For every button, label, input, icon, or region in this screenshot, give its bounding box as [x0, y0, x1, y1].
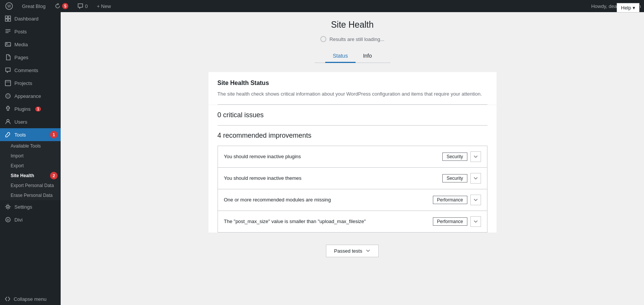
wp-logo-icon: W — [5, 2, 13, 10]
settings-icon — [5, 203, 11, 210]
issue-text-1: You should remove inactive themes — [224, 175, 443, 181]
issue-row-2: One or more recommended modules are miss… — [218, 189, 487, 211]
site-health-step-badge: 2 — [50, 172, 58, 179]
svg-point-10 — [7, 119, 9, 122]
site-name: Great Blog — [22, 3, 45, 9]
comments-sidebar-icon — [5, 67, 11, 74]
issue-expand-1[interactable] — [470, 173, 481, 184]
sidebar-divi-label: Divi — [14, 217, 23, 223]
tab-info[interactable]: Info — [356, 50, 379, 63]
sidebar-comments-label: Comments — [14, 68, 38, 73]
passed-tests-container: Passed tests — [68, 245, 636, 257]
sidebar-item-comments[interactable]: Comments — [0, 64, 61, 77]
sidebar-item-posts[interactable]: Posts — [0, 25, 61, 38]
issue-text-2: One or more recommended modules are miss… — [224, 197, 433, 203]
loading-circle-icon — [320, 36, 326, 42]
help-button[interactable]: Help ▾ — [617, 3, 639, 13]
divi-icon: D — [5, 216, 11, 223]
svg-rect-2 — [5, 16, 8, 18]
recommended-section: 4 recommended improvements You should re… — [208, 126, 497, 233]
issue-row-3: The "post_max_size" value is smaller tha… — [218, 211, 487, 232]
updates-badge: 5 — [62, 3, 68, 9]
critical-issues-section: 0 critical issues — [208, 105, 497, 125]
sidebar-item-tools[interactable]: Tools 1 — [0, 128, 61, 141]
svg-point-7 — [6, 43, 8, 44]
new-item[interactable]: + New — [94, 0, 113, 12]
wp-logo-item[interactable]: W — [3, 0, 15, 12]
updates-icon — [55, 3, 61, 9]
appearance-icon — [5, 93, 11, 99]
submenu-export-personal-data[interactable]: Export Personal Data — [0, 181, 61, 190]
admin-bar-left: W Great Blog 5 0 + New — [3, 0, 590, 12]
sidebar-item-dashboard[interactable]: Dashboard — [0, 12, 61, 25]
sidebar-item-divi[interactable]: D Divi — [0, 213, 61, 226]
sidebar-item-pages[interactable]: Pages — [0, 51, 61, 64]
recommended-title: 4 recommended improvements — [218, 132, 487, 140]
submenu-site-health[interactable]: Site Health 2 — [0, 171, 61, 181]
tools-step-badge: 1 — [50, 131, 58, 138]
issue-expand-3[interactable] — [470, 216, 481, 227]
sidebar-item-appearance[interactable]: Appearance — [0, 90, 61, 102]
sidebar-item-plugins[interactable]: Plugins 1 — [0, 102, 61, 115]
site-health-label: Site Health — [11, 173, 34, 178]
media-icon — [5, 41, 11, 48]
svg-text:W: W — [7, 4, 11, 8]
collapse-menu[interactable]: Collapse menu — [0, 293, 61, 305]
collapse-icon — [5, 296, 11, 302]
users-icon — [5, 118, 11, 125]
chevron-down-icon — [473, 176, 478, 181]
sidebar-media-label: Media — [14, 42, 28, 47]
status-section-title: Site Health Status — [218, 80, 487, 86]
submenu-export[interactable]: Export — [0, 161, 61, 171]
help-chevron-icon: ▾ — [633, 5, 635, 11]
issue-actions-1: Security — [442, 173, 481, 184]
tools-icon — [5, 131, 11, 138]
sidebar-item-users[interactable]: Users — [0, 115, 61, 128]
submenu-import[interactable]: Import — [0, 151, 61, 161]
issue-text-0: You should remove inactive plugins — [224, 154, 443, 159]
collapse-menu-label: Collapse menu — [14, 296, 47, 302]
issue-tag-3: Performance — [433, 217, 467, 226]
help-label: Help — [621, 5, 631, 11]
available-tools-label: Available Tools — [11, 143, 41, 149]
sidebar-tools-label: Tools — [14, 132, 26, 138]
dashboard-icon — [5, 15, 11, 22]
svg-rect-8 — [5, 80, 11, 86]
loading-indicator: Results are still loading... — [68, 36, 636, 42]
posts-icon — [5, 28, 11, 35]
tab-status[interactable]: Status — [325, 50, 356, 63]
admin-bar: W Great Blog 5 0 + New Howdy, deannamcle… — [0, 0, 644, 12]
issue-tag-0: Security — [442, 152, 467, 161]
sidebar-item-media[interactable]: Media — [0, 38, 61, 51]
comments-count: 0 — [85, 3, 88, 9]
export-personal-data-label: Export Personal Data — [11, 183, 54, 188]
passed-tests-button[interactable]: Passed tests — [326, 245, 378, 257]
app-body: Dashboard Posts Media Pages Comments — [0, 12, 644, 305]
issue-actions-2: Performance — [433, 195, 481, 205]
sidebar-plugins-label: Plugins — [14, 106, 31, 112]
sidebar-users-label: Users — [14, 119, 27, 125]
issue-expand-0[interactable] — [470, 151, 481, 162]
sidebar-item-settings[interactable]: Settings — [0, 200, 61, 213]
issue-tag-1: Security — [442, 174, 467, 182]
comments-item[interactable]: 0 — [75, 0, 90, 12]
site-name-item[interactable]: Great Blog — [20, 0, 48, 12]
status-description: The site health check shows critical inf… — [218, 90, 487, 98]
issue-row-0: You should remove inactive plugins Secur… — [218, 146, 487, 168]
issue-actions-3: Performance — [433, 216, 481, 227]
submenu-available-tools[interactable]: Available Tools — [0, 141, 61, 151]
comments-icon — [77, 3, 83, 9]
issue-tag-2: Performance — [433, 196, 467, 204]
chevron-down-icon — [473, 198, 478, 202]
submenu-erase-personal-data[interactable]: Erase Personal Data — [0, 190, 61, 200]
sidebar-item-projects[interactable]: Projects — [0, 77, 61, 90]
passed-tests-label: Passed tests — [334, 248, 362, 254]
svg-rect-4 — [5, 19, 8, 21]
issue-expand-2[interactable] — [470, 195, 481, 205]
updates-item[interactable]: 5 — [52, 0, 71, 12]
chevron-down-icon — [473, 154, 478, 159]
chevron-down-icon — [473, 219, 478, 224]
page-title: Site Health — [68, 20, 636, 30]
issues-list: You should remove inactive plugins Secur… — [218, 146, 487, 233]
projects-icon — [5, 80, 11, 86]
